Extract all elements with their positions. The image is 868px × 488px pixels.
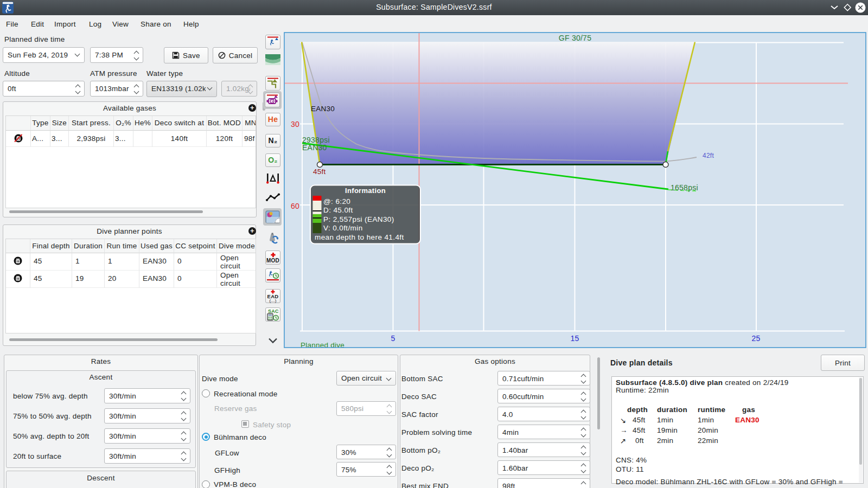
svg-text:@: 6:20: @: 6:20 — [323, 197, 350, 206]
svg-text:15: 15 — [570, 334, 579, 343]
svg-text:EAN30: EAN30 — [302, 143, 327, 152]
svg-text:MOD: MOD — [266, 258, 279, 264]
svg-text:SAC: SAC — [268, 309, 279, 314]
svg-text:D: 45.0ft: D: 45.0ft — [323, 206, 353, 214]
svg-text:5: 5 — [391, 334, 395, 343]
svg-text:42ft: 42ft — [703, 152, 714, 159]
svg-text:45ft: 45ft — [313, 168, 326, 176]
svg-text:GF 30/75: GF 30/75 — [559, 34, 591, 42]
svg-text:25: 25 — [751, 334, 760, 343]
svg-text:30: 30 — [291, 120, 299, 129]
svg-text:mean depth to here 41.4ft: mean depth to here 41.4ft — [315, 233, 404, 241]
svg-text:V: 0.0ft/min: V: 0.0ft/min — [323, 224, 363, 232]
svg-text:EAN30: EAN30 — [311, 105, 335, 113]
svg-text:1658psi: 1658psi — [671, 183, 698, 192]
svg-text:Planned dive: Planned dive — [301, 341, 344, 349]
svg-text:60: 60 — [291, 202, 299, 210]
svg-text:Information: Information — [345, 187, 386, 195]
svg-text:(...): (...) — [269, 298, 276, 303]
svg-text:P: 2,557psi (EAN30): P: 2,557psi (EAN30) — [323, 215, 394, 223]
